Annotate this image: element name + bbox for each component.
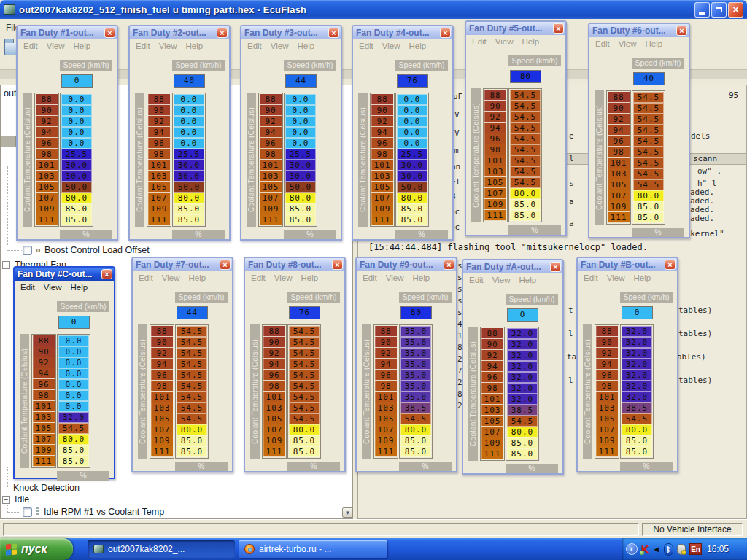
duty-value-cell[interactable]: 30.0	[285, 160, 316, 171]
close-icon[interactable]: ×	[440, 28, 451, 38]
duty-value-cell[interactable]: 80.0	[622, 424, 652, 435]
menu-item-edit[interactable]: Edit	[247, 42, 262, 50]
close-button[interactable]: ×	[728, 2, 743, 18]
menu-item-help[interactable]: Help	[519, 276, 537, 284]
duty-value-cell[interactable]: 30.0	[61, 171, 92, 182]
duty-value-cell[interactable]: 0.0	[174, 94, 204, 105]
duty-value-cell[interactable]: 30.0	[174, 160, 204, 171]
duty-value-cell[interactable]: 85.0	[510, 199, 541, 210]
menu-item-edit[interactable]: Edit	[23, 42, 38, 50]
tree-item-boost-control-load-offset[interactable]: Boost Control Load Offset	[23, 245, 150, 255]
duty-value-cell[interactable]: 35.0	[400, 359, 431, 370]
duty-value-cell[interactable]: 25.5	[61, 149, 92, 160]
menu-item-view[interactable]: View	[382, 42, 400, 50]
duty-value-cell[interactable]: 54.5	[177, 326, 207, 337]
menu-item-view[interactable]: View	[495, 37, 514, 46]
menu-item-view[interactable]: View	[607, 273, 625, 282]
duty-value-cell[interactable]: 80.0	[400, 424, 431, 435]
duty-value-cell[interactable]: 54.5	[177, 381, 207, 392]
volume-tray-icon[interactable]: ◄	[652, 545, 660, 553]
tree-item-label[interactable]: Boost Control Load Offset	[44, 245, 150, 255]
taskbar-task-ecuflash[interactable]: out2007kak8202_...	[88, 540, 235, 558]
speed-value-cell[interactable]: 80	[510, 70, 541, 83]
duty-value-cell[interactable]: 0.0	[397, 94, 427, 105]
duty-value-cell[interactable]: 0.0	[58, 401, 89, 412]
close-icon[interactable]: ×	[104, 28, 115, 38]
duty-value-cell[interactable]: 54.5	[289, 392, 320, 402]
duty-value-cell[interactable]: 54.5	[633, 92, 664, 103]
maximize-button[interactable]	[711, 2, 727, 18]
bluetooth-tray-icon[interactable]: ᛒ	[664, 543, 673, 556]
duty-value-cell[interactable]: 54.5	[177, 392, 207, 402]
close-icon[interactable]: ×	[553, 23, 564, 34]
close-icon[interactable]: ×	[550, 262, 561, 272]
duty-value-cell[interactable]: 80.0	[61, 192, 92, 203]
scrollbar-down-button[interactable]: ▼	[342, 508, 353, 518]
speed-value-cell[interactable]: 76	[397, 74, 428, 88]
duty-value-cell[interactable]: 0.0	[397, 127, 427, 138]
fan-duty-titlebar[interactable]: Fan Duty #9-out... ×	[357, 258, 456, 271]
duty-value-cell[interactable]: 32.0	[622, 381, 652, 392]
duty-value-cell[interactable]: 54.5	[289, 359, 320, 370]
duty-value-cell[interactable]: 32.0	[622, 337, 652, 348]
duty-value-cell[interactable]: 54.5	[289, 348, 320, 359]
duty-value-cell[interactable]: 0.0	[61, 138, 92, 149]
duty-value-cell[interactable]: 35.0	[400, 370, 431, 381]
duty-value-cell[interactable]: 85.0	[58, 456, 89, 467]
duty-value-cell[interactable]: 54.5	[510, 90, 541, 101]
duty-value-cell[interactable]: 54.5	[633, 158, 664, 168]
close-icon[interactable]: ×	[665, 260, 676, 270]
duty-value-cell[interactable]: 54.5	[633, 125, 664, 136]
duty-value-cell[interactable]: 85.0	[400, 446, 431, 457]
duty-value-cell[interactable]: 32.0	[507, 328, 538, 339]
duty-value-cell[interactable]: 80.0	[285, 192, 316, 203]
duty-value-cell[interactable]: 25.5	[285, 149, 316, 160]
duty-value-cell[interactable]: 54.5	[633, 168, 664, 179]
duty-value-cell[interactable]: 0.0	[285, 127, 316, 138]
duty-value-cell[interactable]: 50.0	[174, 182, 204, 192]
close-icon[interactable]: ×	[328, 28, 339, 38]
speed-value-cell[interactable]: 0	[61, 74, 93, 88]
fan-duty-titlebar[interactable]: Fan Duty #1-out... ×	[18, 26, 117, 39]
duty-value-cell[interactable]: 30.0	[397, 160, 427, 171]
duty-value-cell[interactable]: 85.0	[397, 203, 427, 214]
close-icon[interactable]: ×	[217, 28, 228, 38]
duty-value-cell[interactable]: 80.0	[58, 434, 89, 445]
menu-item-help[interactable]: Help	[413, 273, 430, 282]
duty-value-cell[interactable]: 85.0	[174, 203, 204, 214]
duty-value-cell[interactable]: 85.0	[507, 438, 538, 448]
duty-value-cell[interactable]: 0.0	[61, 116, 92, 127]
menu-item-view[interactable]: View	[159, 42, 177, 50]
duty-value-cell[interactable]: 0.0	[61, 94, 92, 105]
duty-value-cell[interactable]: 0.0	[58, 346, 89, 357]
duty-value-cell[interactable]: 54.5	[177, 413, 207, 424]
speed-value-cell[interactable]: 0	[622, 306, 653, 319]
fan-duty-titlebar[interactable]: Fan Duty #A-out... ×	[463, 260, 562, 273]
close-icon[interactable]: ×	[332, 260, 343, 270]
duty-value-cell[interactable]: 85.0	[174, 214, 204, 225]
menu-item-help[interactable]: Help	[298, 42, 315, 50]
duty-value-cell[interactable]: 35.0	[400, 348, 431, 359]
menu-item-view[interactable]: View	[386, 273, 404, 282]
menu-item-help[interactable]: Help	[634, 273, 651, 282]
duty-value-cell[interactable]: 32.0	[622, 359, 652, 370]
duty-value-cell[interactable]: 85.0	[285, 214, 316, 225]
close-icon[interactable]: ×	[101, 269, 112, 279]
duty-value-cell[interactable]: 0.0	[285, 116, 316, 127]
checkbox-icon[interactable]	[23, 508, 32, 517]
menu-item-edit[interactable]: Edit	[584, 273, 598, 282]
menu-item-edit[interactable]: Edit	[139, 273, 153, 282]
duty-value-cell[interactable]: 80.0	[397, 192, 427, 203]
duty-value-cell[interactable]: 32.0	[507, 350, 538, 361]
menu-item-edit[interactable]: Edit	[363, 273, 377, 282]
duty-value-cell[interactable]: 30.0	[61, 160, 92, 171]
duty-value-cell[interactable]: 54.5	[58, 423, 89, 434]
duty-value-cell[interactable]: 85.0	[510, 210, 541, 221]
duty-value-cell[interactable]: 50.0	[285, 182, 316, 192]
duty-value-cell[interactable]: 54.5	[633, 114, 664, 125]
duty-value-cell[interactable]: 32.0	[507, 372, 538, 383]
duty-value-cell[interactable]: 85.0	[633, 201, 664, 212]
duty-value-cell[interactable]: 30.0	[285, 171, 316, 182]
fan-duty-titlebar[interactable]: Fan Duty #8-out... ×	[245, 258, 344, 271]
menu-item-view[interactable]: View	[271, 42, 289, 50]
